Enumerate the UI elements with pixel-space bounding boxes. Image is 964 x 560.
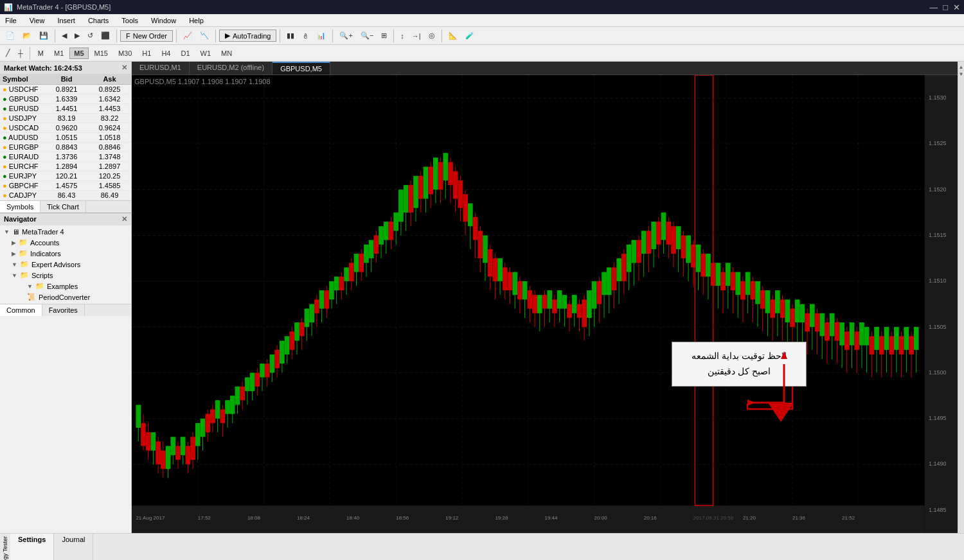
menu-window[interactable]: Window xyxy=(148,17,179,24)
tf-w1[interactable]: W1 xyxy=(196,48,216,59)
market-watch-row[interactable]: ● EURGBP 0.8843 0.8846 xyxy=(0,143,131,152)
nav-accounts[interactable]: ▶ 📁 Accounts xyxy=(1,237,130,248)
save-button[interactable]: 💾 xyxy=(36,30,51,42)
auto-scroll-button[interactable]: ◎ xyxy=(425,30,438,42)
right-strip-arrow-down[interactable]: ▼ xyxy=(959,71,964,77)
menu-view[interactable]: View xyxy=(27,17,48,24)
nav-period-converter[interactable]: 📜 PeriodConverter xyxy=(1,292,130,302)
minimize-button[interactable]: — xyxy=(929,3,938,12)
svg-rect-321 xyxy=(805,313,810,332)
stop-button[interactable]: ⬛ xyxy=(98,30,113,42)
back-button[interactable]: ◀ xyxy=(58,30,70,42)
window-controls[interactable]: — □ ✕ xyxy=(929,3,960,12)
svg-rect-355 xyxy=(889,336,894,354)
chart-tab-eurusd-m2[interactable]: EURUSD,M2 (offline) xyxy=(190,62,272,74)
market-watch-row[interactable]: ● GBPUSD 1.6339 1.6342 xyxy=(0,94,131,104)
nav-examples[interactable]: ▼ 📁 Examples xyxy=(1,281,130,292)
menu-insert[interactable]: Insert xyxy=(55,17,78,24)
indicator-button[interactable]: 📐 xyxy=(445,30,461,42)
market-watch-close[interactable]: ✕ xyxy=(121,64,127,72)
tf-m5[interactable]: M5 xyxy=(69,48,88,59)
bar-chart-button[interactable]: ▮▮ xyxy=(283,30,298,42)
market-watch-row[interactable]: ● EURCHF 1.2894 1.2897 xyxy=(0,162,131,171)
tf-m1[interactable]: M xyxy=(33,48,48,59)
chart-main[interactable]: GBPUSD,M5 1.1907 1.1908 1.1907 1.1908 xyxy=(132,75,958,533)
chart-down-button[interactable]: 📉 xyxy=(197,30,212,42)
open-button[interactable]: 📂 xyxy=(19,30,35,42)
tf-d1[interactable]: D1 xyxy=(176,48,194,59)
refresh-button[interactable]: ↺ xyxy=(84,30,96,42)
new-file-button[interactable]: 📄 xyxy=(3,30,18,42)
symbol-cell: ● AUDUSD xyxy=(0,133,45,143)
tf-m15[interactable]: M15 xyxy=(90,48,112,59)
svg-rect-147 xyxy=(374,236,379,254)
nav-period-label: PeriodConverter xyxy=(39,293,90,301)
tester-tab-settings[interactable]: Settings xyxy=(10,534,54,560)
market-watch-row[interactable]: ● USDCAD 0.9620 0.9624 xyxy=(0,123,131,133)
tf-mn[interactable]: MN xyxy=(217,48,237,59)
tester-vertical-label: Strategy Tester xyxy=(0,534,10,560)
menu-file[interactable]: File xyxy=(3,17,19,24)
scroll-right-button[interactable]: →| xyxy=(409,30,424,42)
maximize-button[interactable]: □ xyxy=(943,3,948,12)
tf-m1b[interactable]: M1 xyxy=(49,48,68,59)
svg-rect-217 xyxy=(547,290,552,309)
nav-indicators[interactable]: ▶ 📁 Indicators xyxy=(1,248,130,259)
chart-up-button[interactable]: 📈 xyxy=(180,30,195,42)
svg-rect-119 xyxy=(305,309,310,328)
cursor-tool[interactable]: ┼ xyxy=(15,48,26,59)
svg-rect-141 xyxy=(359,254,364,272)
nav-metatrader4[interactable]: ▼ 🖥 MetaTrader 4 xyxy=(1,227,130,237)
forward-button[interactable]: ▶ xyxy=(71,30,83,42)
line-tool[interactable]: ╱ xyxy=(3,47,13,59)
new-order-button[interactable]: F New Order xyxy=(120,30,173,42)
autotrading-button[interactable]: ▶ AutoTrading xyxy=(219,30,277,42)
svg-rect-329 xyxy=(825,322,830,341)
market-watch-row[interactable]: ● GBPCHF 1.4575 1.4585 xyxy=(0,181,131,191)
market-watch-row[interactable]: ● AUDUSD 1.0515 1.0518 xyxy=(0,133,131,143)
right-strip-arrow-up[interactable]: ▲ xyxy=(959,64,964,70)
tester-tab-journal[interactable]: Journal xyxy=(54,534,93,560)
zoom-out-button[interactable]: 🔍− xyxy=(357,30,377,42)
candle-button[interactable]: 🕯 xyxy=(299,30,312,42)
menu-tools[interactable]: Tools xyxy=(119,17,141,24)
new-order-icon: F xyxy=(126,32,130,40)
tf-h4[interactable]: H4 xyxy=(157,48,175,59)
chart-tab-eurusd-m1[interactable]: EURUSD,M1 xyxy=(132,62,190,74)
tf-m30[interactable]: M30 xyxy=(114,48,136,59)
svg-rect-155 xyxy=(393,213,398,231)
svg-text:2017.08.31 20:58: 2017.08.31 20:58 xyxy=(693,515,734,521)
market-watch-row[interactable]: ● EURUSD 1.4451 1.4453 xyxy=(0,104,131,114)
svg-rect-179 xyxy=(453,171,458,199)
menu-help[interactable]: Help xyxy=(186,17,206,24)
nav-accounts-label: Accounts xyxy=(30,239,59,247)
menu-charts[interactable]: Charts xyxy=(85,17,111,24)
market-watch-row[interactable]: ● CADJPY 86.43 86.49 xyxy=(0,191,131,200)
tab-favorites[interactable]: Favorites xyxy=(42,304,85,316)
svg-rect-181 xyxy=(458,180,463,208)
tester-button[interactable]: 🧪 xyxy=(462,30,478,42)
market-watch-row[interactable]: ● USDCHF 0.8921 0.8925 xyxy=(0,85,131,94)
bid-cell: 1.4451 xyxy=(45,104,88,114)
bid-cell: 1.6339 xyxy=(45,94,88,104)
svg-rect-79 xyxy=(205,414,210,433)
period-sep-button[interactable]: ↕ xyxy=(397,30,407,42)
tab-symbols[interactable]: Symbols xyxy=(0,201,40,213)
svg-rect-277 xyxy=(696,245,701,272)
nav-expert-advisors[interactable]: ▼ 📁 Expert Advisors xyxy=(1,259,130,270)
navigator-close[interactable]: ✕ xyxy=(121,215,127,223)
folder-icon-examples: 📁 xyxy=(35,282,44,290)
market-watch-row[interactable]: ● EURJPY 120.21 120.25 xyxy=(0,171,131,181)
zoom-in-button[interactable]: 🔍+ xyxy=(336,30,355,42)
nav-scripts[interactable]: ▼ 📁 Scripts xyxy=(1,270,130,281)
line-chart-button[interactable]: 📊 xyxy=(314,30,329,42)
tf-h1[interactable]: H1 xyxy=(138,48,156,59)
market-watch-row[interactable]: ● EURAUD 1.3736 1.3748 xyxy=(0,152,131,162)
chart-tab-gbpusd-m5[interactable]: GBPUSD,M5 xyxy=(272,62,330,74)
svg-rect-253 xyxy=(636,240,641,263)
tab-tick-chart[interactable]: Tick Chart xyxy=(40,201,86,213)
tab-common[interactable]: Common xyxy=(0,304,42,316)
market-watch-row[interactable]: ● USDJPY 83.19 83.22 xyxy=(0,114,131,123)
properties-button[interactable]: ⊞ xyxy=(378,30,390,42)
close-button[interactable]: ✕ xyxy=(953,3,960,12)
